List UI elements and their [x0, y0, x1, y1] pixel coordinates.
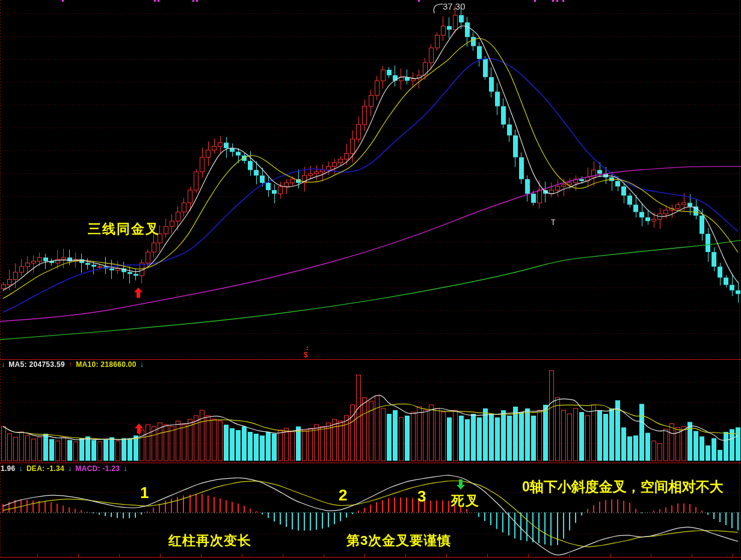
volume-ma10-value: MA10: 218660.00 — [76, 360, 137, 369]
golden-cross-3-label: 3 — [417, 487, 426, 506]
t-marker: T — [551, 218, 555, 227]
macd-value: MACD: -1.23 — [75, 464, 120, 473]
down-arrow-icon: ↓ — [68, 464, 72, 473]
red-bars-longer-note: 红柱再次变长 — [168, 532, 251, 550]
volume-ma-header: ↓ MA5: 204753.59 ↑ MA10: 218660.00 ↓ — [1, 360, 147, 369]
three-line-golden-cross-note: 三线同金叉 — [88, 220, 160, 238]
dividend-marker: $ — [304, 351, 308, 359]
chart-canvas[interactable] — [0, 0, 741, 560]
volume-ma5-value: MA5: 204753.59 — [8, 360, 65, 369]
volume-signal-up-arrow-icon — [135, 423, 143, 434]
death-cross-note: 死叉 — [451, 492, 480, 510]
dif-value: 1.96 — [1, 464, 16, 473]
dea-value: DEA: -1.34 — [26, 464, 64, 473]
third-golden-cross-caution-note: 第3次金叉要谨慎 — [346, 532, 451, 550]
stock-chart-window: 37.30 三线同金叉 $ T ↓ MA5: 204753.59 ↑ MA10:… — [0, 0, 741, 560]
down-arrow-icon: ↓ — [140, 360, 144, 369]
buy-signal-up-arrow-icon — [134, 288, 143, 298]
up-arrow-icon: ↑ — [69, 360, 72, 369]
down-arrow-icon: ↓ — [19, 464, 23, 473]
zero-axis-note: 0轴下小斜度金叉，空间相对不大 — [522, 478, 724, 496]
peak-price-label: 37.30 — [443, 1, 466, 11]
macd-header: 1.96 ↓ DEA: -1.34 ↓ MACD: -1.23 ↓ — [1, 464, 131, 473]
golden-cross-1-label: 1 — [140, 484, 149, 502]
death-cross-down-arrow-icon — [457, 479, 465, 490]
down-arrow-icon: ↓ — [1, 360, 5, 369]
golden-cross-2-label: 2 — [339, 486, 347, 505]
down-arrow-icon: ↓ — [123, 464, 127, 473]
